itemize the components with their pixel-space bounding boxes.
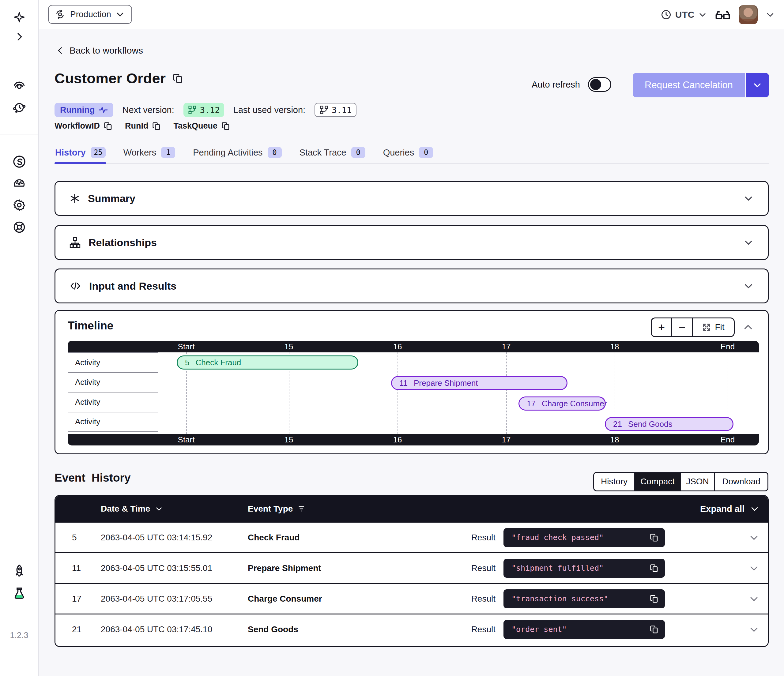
event-id: 11 bbox=[72, 563, 101, 573]
workflow-id-copy[interactable]: WorkflowID bbox=[54, 121, 113, 131]
sidebar-help-buoy-icon[interactable] bbox=[12, 221, 26, 234]
copy-icon[interactable] bbox=[650, 564, 659, 573]
tab-workers[interactable]: Workers 1 bbox=[123, 141, 176, 163]
timeline-bar-check-fraud[interactable]: 5 Check Fraud bbox=[177, 356, 358, 370]
view-history-button[interactable]: History bbox=[594, 473, 634, 491]
copy-icon[interactable] bbox=[650, 533, 659, 542]
nav-sparkle-icon[interactable] bbox=[13, 11, 25, 23]
timeline-bar-send-goods[interactable]: 21 Send Goods bbox=[605, 417, 733, 431]
tick-16: 16 bbox=[393, 435, 402, 444]
result-payload-chip[interactable]: "fraud check passed" bbox=[504, 528, 665, 547]
timeline-zoom-controls: + − Fit bbox=[651, 317, 735, 337]
tab-count: 1 bbox=[161, 147, 175, 158]
next-version-value: 3.12 bbox=[200, 105, 220, 115]
sitemap-icon bbox=[70, 237, 81, 248]
sidebar-labs-flask-icon[interactable] bbox=[12, 587, 26, 601]
copy-icon[interactable] bbox=[650, 594, 659, 603]
zoom-fit-button[interactable]: Fit bbox=[692, 319, 734, 336]
run-id-copy[interactable]: RunId bbox=[125, 121, 161, 131]
timeline-axis-bottom: Start 15 16 17 18 End bbox=[68, 434, 759, 446]
timeline-bar-charge-consumer[interactable]: 17 Charge Consumer bbox=[518, 396, 606, 410]
pulse-icon bbox=[99, 105, 108, 115]
date-time-label: Date & Time bbox=[101, 504, 150, 514]
timeline-axis-top: Start 15 16 17 18 End bbox=[68, 341, 759, 353]
fit-expand-icon bbox=[702, 323, 711, 332]
event-id: 5 bbox=[72, 533, 101, 542]
sidebar-usage-icon[interactable] bbox=[12, 176, 26, 190]
event-datetime: 2063-04-05 UTC 03:17:05.55 bbox=[101, 594, 248, 604]
tab-queries[interactable]: Queries 0 bbox=[383, 141, 434, 163]
gridline bbox=[398, 353, 398, 434]
event-row-check-fraud[interactable]: 5 2063-04-05 UTC 03:14:15.92 Check Fraud… bbox=[55, 522, 768, 552]
tab-history[interactable]: History 25 bbox=[54, 141, 106, 163]
next-version-badge: 3.12 bbox=[184, 103, 224, 117]
namespace-switcher[interactable]: Production bbox=[48, 5, 132, 24]
row-expand-chevron-icon[interactable] bbox=[749, 624, 759, 635]
relationships-section[interactable]: Relationships bbox=[54, 225, 769, 260]
namespace-label: Production bbox=[70, 9, 111, 19]
app-version: 1.2.3 bbox=[0, 631, 38, 640]
sidebar-schedules-icon[interactable] bbox=[12, 101, 26, 115]
tick-18: 18 bbox=[610, 342, 619, 351]
tab-label: Workers bbox=[123, 148, 156, 158]
view-json-button[interactable]: JSON bbox=[680, 473, 714, 491]
result-label: Result bbox=[471, 563, 496, 573]
event-row-prepare-shipment[interactable]: 11 2063-04-05 UTC 03:15:55.01 Prepare Sh… bbox=[55, 552, 768, 583]
auto-refresh-toggle[interactable] bbox=[588, 77, 611, 92]
view-compact-button[interactable]: Compact bbox=[634, 473, 680, 491]
timezone-label: UTC bbox=[675, 9, 695, 20]
request-cancelation-button[interactable]: Request Cancelation bbox=[633, 73, 745, 97]
sidebar-workflows-icon[interactable] bbox=[12, 79, 26, 92]
zoom-in-button[interactable]: + bbox=[652, 319, 671, 336]
zoom-out-button[interactable]: − bbox=[671, 319, 692, 336]
row-expand-chevron-icon[interactable] bbox=[749, 594, 759, 604]
result-payload-chip[interactable]: "order sent" bbox=[504, 620, 665, 639]
row-expand-chevron-icon[interactable] bbox=[749, 563, 759, 573]
tick-18: 18 bbox=[610, 435, 619, 444]
account-chevron-down-icon[interactable] bbox=[765, 10, 775, 19]
row-expand-chevron-icon[interactable] bbox=[749, 532, 759, 543]
copy-icon[interactable] bbox=[650, 625, 659, 634]
sidebar-nexus-icon[interactable] bbox=[12, 155, 26, 169]
task-queue-copy[interactable]: TaskQueue bbox=[173, 121, 230, 131]
event-type-column-header[interactable]: Event Type bbox=[248, 504, 462, 514]
gridline bbox=[506, 353, 507, 434]
tab-stack-trace[interactable]: Stack Trace 0 bbox=[299, 141, 366, 163]
sidebar-rocket-icon[interactable] bbox=[12, 564, 26, 578]
tab-pending-activities[interactable]: Pending Activities 0 bbox=[192, 141, 282, 163]
tick-15: 15 bbox=[285, 342, 293, 351]
bar-event-id: 11 bbox=[399, 378, 408, 388]
timeline-bar-prepare-shipment[interactable]: 11 Prepare Shipment bbox=[391, 376, 568, 390]
workflow-ids-row: WorkflowID RunId TaskQueue bbox=[54, 121, 230, 131]
timeline-row-label: Activity bbox=[68, 372, 158, 393]
result-payload-chip[interactable]: "shipment fulfilled" bbox=[504, 559, 665, 578]
back-to-workflows-link[interactable]: Back to workflows bbox=[56, 45, 143, 56]
copy-title-icon[interactable] bbox=[173, 73, 184, 84]
summary-section[interactable]: Summary bbox=[54, 181, 769, 216]
result-value: "fraud check passed" bbox=[512, 533, 604, 542]
timeline-collapse-chevron-icon[interactable] bbox=[743, 322, 754, 333]
download-button[interactable]: Download bbox=[714, 473, 767, 491]
timeline-row-label: Activity bbox=[68, 412, 158, 432]
next-version-label: Next version: bbox=[123, 105, 174, 115]
cancelation-menu-chevron[interactable] bbox=[746, 73, 769, 97]
timeline-body: Activity Activity Activity Activity 5 Ch… bbox=[68, 353, 759, 434]
asterisk-icon bbox=[70, 193, 80, 204]
chevron-down-icon bbox=[115, 10, 124, 19]
sidebar-expand-chevron-icon[interactable] bbox=[14, 32, 24, 42]
event-row-send-goods[interactable]: 21 2063-04-05 UTC 03:17:45.10 Send Goods… bbox=[55, 614, 768, 644]
event-row-charge-consumer[interactable]: 17 2063-04-05 UTC 03:17:05.55 Charge Con… bbox=[55, 583, 768, 614]
date-time-column-header[interactable]: Date & Time bbox=[101, 504, 248, 514]
incognito-glasses-icon[interactable] bbox=[715, 9, 731, 21]
result-payload-chip[interactable]: "transaction success" bbox=[504, 589, 665, 608]
chevron-left-icon bbox=[56, 46, 65, 55]
input-results-section[interactable]: Input and Results bbox=[54, 269, 769, 303]
expand-all-button[interactable]: Expand all bbox=[700, 504, 759, 514]
user-avatar[interactable] bbox=[739, 5, 758, 24]
event-history-view-switcher: History Compact JSON Download bbox=[593, 472, 768, 491]
tab-count: 0 bbox=[351, 147, 366, 158]
chevron-down-icon bbox=[698, 11, 707, 19]
sidebar-settings-gear-icon[interactable] bbox=[12, 198, 26, 212]
timezone-selector[interactable]: UTC bbox=[661, 9, 707, 20]
timeline-row-labels: Activity Activity Activity Activity bbox=[68, 353, 158, 434]
